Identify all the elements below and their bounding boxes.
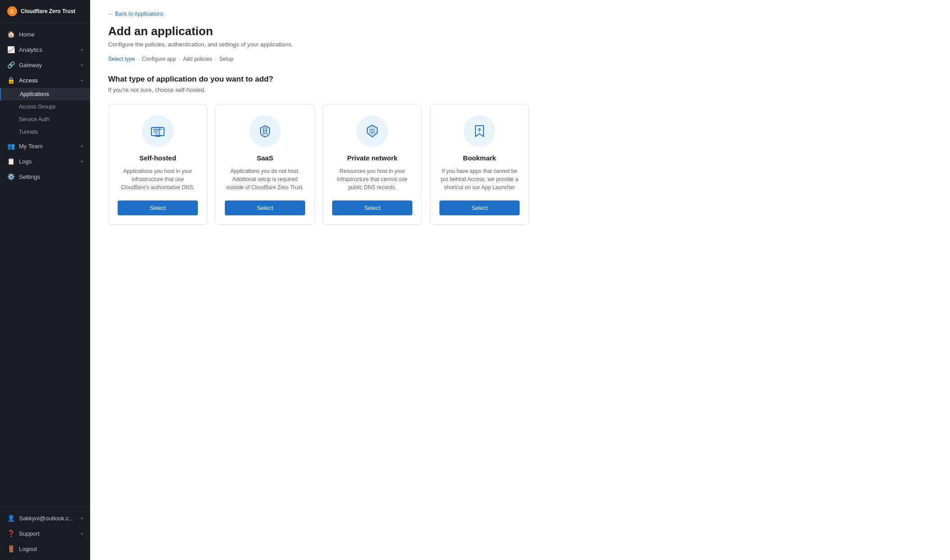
sidebar-logo: C Cloudflare Zero Trust	[0, 0, 90, 23]
section-question: What type of application do you want to …	[108, 75, 932, 84]
brand-logo-icon: C	[7, 6, 17, 16]
sidebar-subitem-tunnels[interactable]: Tunnels	[0, 126, 90, 138]
breadcrumb-step-2: Configure app	[142, 56, 176, 62]
breadcrumb-sep-2: ›	[178, 56, 180, 62]
analytics-chevron-icon: ▾	[81, 47, 83, 52]
sidebar-item-logs[interactable]: 📋 Logs ▾	[0, 154, 90, 169]
user-chevron-icon: ▾	[81, 516, 83, 521]
sidebar-item-my-team[interactable]: 👥 My Team ▾	[0, 138, 90, 154]
gateway-icon: 🔗	[7, 61, 14, 68]
home-icon: 🏠	[7, 31, 14, 38]
sidebar-item-settings[interactable]: ⚙️ Settings	[0, 169, 90, 184]
sidebar-item-access[interactable]: 🔒 Access ▾	[0, 73, 90, 88]
card-saas-title: SaaS	[257, 154, 274, 162]
private-network-icon	[364, 123, 380, 139]
breadcrumb-step-3: Add policies	[183, 56, 212, 62]
sidebar-footer: 👤 Sakkyoi@outlook.c... ▾ ❓ Support ▾ 🚪 L…	[0, 506, 90, 560]
sidebar-item-access-label: Access	[19, 77, 38, 84]
self-hosted-icon-wrap	[142, 115, 174, 147]
sidebar-support-label: Support	[19, 530, 40, 537]
main-content: ← Back to Applications Add an applicatio…	[90, 0, 950, 560]
section-hint: If you're not sure, choose self-hosted.	[108, 87, 932, 93]
support-chevron-icon: ▾	[81, 531, 83, 536]
select-saas-button[interactable]: Select	[225, 200, 305, 215]
breadcrumb-sep-1: ›	[137, 56, 139, 62]
logout-icon: 🚪	[7, 545, 14, 552]
card-self-hosted-title: Self-hosted	[139, 154, 176, 162]
card-self-hosted-desc: Applications you host in your infrastruc…	[118, 167, 198, 191]
sidebar-subitem-service-auth[interactable]: Service Auth	[0, 113, 90, 126]
sidebar-subitem-applications[interactable]: Applications	[0, 88, 90, 100]
breadcrumb-sep-3: ›	[215, 56, 217, 62]
sidebar-item-analytics[interactable]: 📈 Analytics ▾	[0, 42, 90, 57]
sidebar-logout-item[interactable]: 🚪 Logout	[0, 541, 90, 556]
sidebar-item-settings-label: Settings	[19, 173, 40, 180]
select-bookmark-button[interactable]: Select	[439, 200, 520, 215]
svg-point-2	[265, 132, 266, 133]
private-network-icon-wrap	[356, 115, 388, 147]
my-team-icon: 👥	[7, 142, 14, 150]
sidebar-subitem-access-groups[interactable]: Access Groups	[0, 100, 90, 113]
support-icon: ❓	[7, 530, 14, 537]
card-bookmark[interactable]: Bookmark If you have apps that cannot be…	[430, 104, 529, 225]
page-title: Add an application	[108, 24, 932, 38]
access-icon: 🔒	[7, 77, 14, 84]
sidebar-support-item[interactable]: ❓ Support ▾	[0, 526, 90, 541]
brand-name: Cloudflare Zero Trust	[21, 8, 75, 14]
sidebar-item-home-label: Home	[19, 31, 35, 38]
select-private-network-button[interactable]: Select	[332, 200, 412, 215]
app-type-cards: Self-hosted Applications you host in you…	[108, 104, 932, 225]
card-private-network[interactable]: Private network Resources you host in yo…	[323, 104, 422, 225]
select-self-hosted-button[interactable]: Select	[118, 200, 198, 215]
user-icon: 👤	[7, 514, 14, 522]
self-hosted-icon	[150, 123, 166, 139]
logs-chevron-icon: ▾	[81, 159, 83, 164]
breadcrumb-step-1: Select type	[108, 56, 135, 62]
logs-icon: 📋	[7, 158, 14, 165]
card-self-hosted[interactable]: Self-hosted Applications you host in you…	[108, 104, 207, 225]
saas-icon-wrap	[249, 115, 281, 147]
gateway-chevron-icon: ▾	[81, 63, 83, 68]
sidebar-user-item[interactable]: 👤 Sakkyoi@outlook.c... ▾	[0, 510, 90, 526]
card-saas[interactable]: SaaS Applications you do not host. Addit…	[215, 104, 315, 225]
back-link[interactable]: ← Back to Applications	[108, 11, 932, 17]
settings-icon: ⚙️	[7, 173, 14, 180]
bookmark-icon	[471, 123, 488, 139]
card-private-network-title: Private network	[347, 154, 397, 162]
card-bookmark-desc: If you have apps that cannot be put behi…	[439, 167, 520, 191]
card-private-network-desc: Resources you host in your infrastructur…	[332, 167, 412, 191]
sidebar-item-my-team-label: My Team	[19, 143, 43, 150]
sidebar-item-home[interactable]: 🏠 Home	[0, 27, 90, 42]
page-subtitle: Configure the policies, authentication, …	[108, 41, 932, 48]
breadcrumb: Select type › Configure app › Add polici…	[108, 56, 932, 62]
card-bookmark-title: Bookmark	[463, 154, 496, 162]
sidebar: C Cloudflare Zero Trust 🏠 Home 📈 Analyti…	[0, 0, 90, 560]
breadcrumb-step-4: Setup	[219, 56, 233, 62]
sidebar-logout-label: Logout	[19, 546, 37, 552]
sidebar-item-gateway[interactable]: 🔗 Gateway ▾	[0, 57, 90, 73]
sidebar-item-analytics-label: Analytics	[19, 46, 42, 53]
my-team-chevron-icon: ▾	[81, 144, 83, 149]
access-chevron-icon: ▾	[81, 78, 83, 83]
sidebar-item-gateway-label: Gateway	[19, 62, 42, 68]
analytics-icon: 📈	[7, 46, 14, 53]
card-saas-desc: Applications you do not host. Additional…	[225, 167, 305, 191]
bookmark-icon-wrap	[464, 115, 495, 147]
saas-icon	[257, 123, 273, 139]
sidebar-nav: 🏠 Home 📈 Analytics ▾ 🔗 Gateway ▾ 🔒 Acces…	[0, 23, 90, 506]
sidebar-item-logs-label: Logs	[19, 158, 32, 165]
sidebar-user-label: Sakkyoi@outlook.c...	[19, 515, 74, 522]
